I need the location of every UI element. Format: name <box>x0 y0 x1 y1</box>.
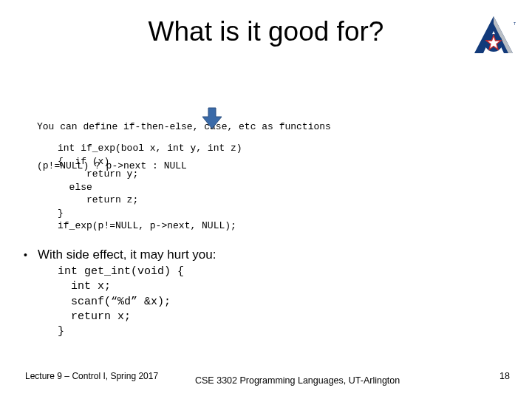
code-block-getint: int get_int(void) { int x; scanf(“%d” &x… <box>58 265 184 339</box>
bullet-text: With side effect, it may hurt you: <box>38 248 216 262</box>
svg-text:TM: TM <box>514 21 516 26</box>
code-block-ifexp: int if_exp(bool x, int y, int z) { if (x… <box>58 142 242 233</box>
bullet-icon: • <box>24 250 27 260</box>
page-title: What is it good for? <box>0 16 532 47</box>
arrow-path <box>202 108 222 129</box>
intro-line-1: You can define if-then-else, case, etc a… <box>37 120 331 134</box>
down-arrow-icon <box>201 106 223 133</box>
uta-logo: TM <box>471 15 516 61</box>
footer-left: Lecture 9 – Control I, Spring 2017 <box>25 371 158 381</box>
bullet-row: • With side effect, it may hurt you: <box>24 248 216 262</box>
slide: What is it good for? TM You can define i… <box>0 0 532 399</box>
footer-center: CSE 3302 Programming Languages, UT-Arlin… <box>195 375 400 386</box>
page-number: 18 <box>499 371 510 381</box>
